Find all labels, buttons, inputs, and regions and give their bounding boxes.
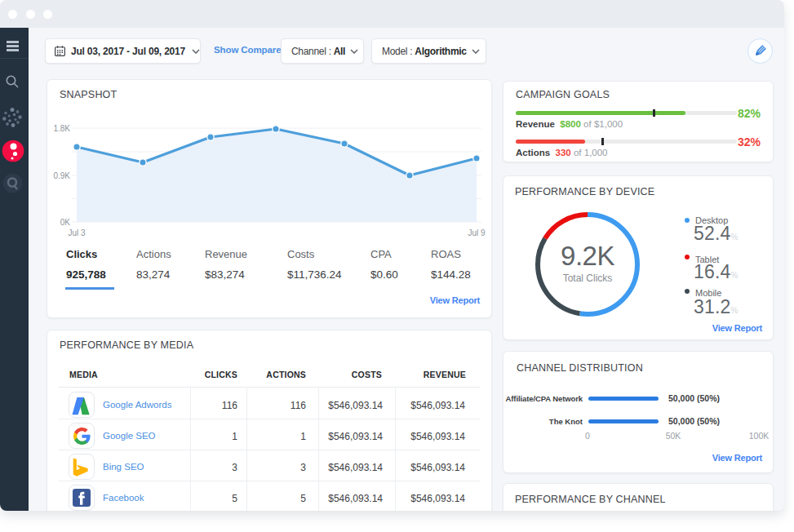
svg-text:1.8K: 1.8K (53, 124, 70, 133)
svg-text:0.9K: 0.9K (53, 171, 70, 180)
svg-text:Jul 9: Jul 9 (468, 228, 486, 237)
svg-text:0K: 0K (60, 218, 71, 227)
svg-text:Jul 3: Jul 3 (68, 228, 86, 237)
